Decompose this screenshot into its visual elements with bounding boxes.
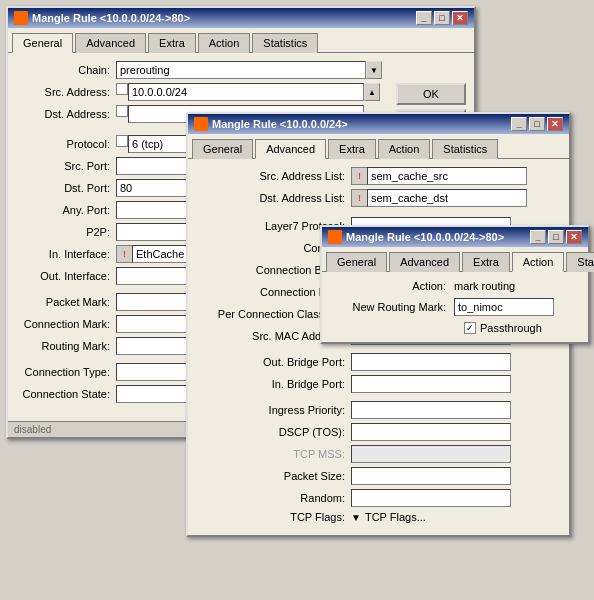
src-port-label: Src. Port: — [16, 160, 116, 172]
packet-size-row: Packet Size: — [196, 467, 561, 485]
dst-addr-list-label: Dst. Address List: — [196, 192, 351, 204]
window-title-action: Mangle Rule <10.0.0.0/24->80> — [346, 231, 504, 243]
out-bridge-row: Out. Bridge Port: — [196, 353, 561, 371]
minimize-button-action[interactable]: _ — [530, 230, 546, 244]
close-button-advanced[interactable]: ✕ — [547, 117, 563, 131]
any-port-label: Any. Port: — [16, 204, 116, 216]
title-bar-main: Mangle Rule <10.0.0.0/24->80> _ □ ✕ — [8, 8, 474, 28]
in-bridge-label: In. Bridge Port: — [196, 378, 351, 390]
action-row: Action: mark routing — [334, 280, 576, 292]
tab-extra-action[interactable]: Extra — [462, 252, 510, 272]
maximize-button-advanced[interactable]: □ — [529, 117, 545, 131]
tcp-flags-text: TCP Flags... — [365, 511, 426, 523]
close-icon-main: ✕ — [456, 13, 464, 23]
maximize-icon: □ — [439, 13, 444, 23]
src-address-up-btn[interactable]: ▲ — [364, 83, 380, 101]
tab-statistics-action[interactable]: Statistics — [566, 252, 594, 272]
out-bridge-label: Out. Bridge Port: — [196, 356, 351, 368]
p2p-label: P2P: — [16, 226, 116, 238]
connection-state-label: Connection State: — [16, 388, 116, 400]
dst-addr-list-row: Dst. Address List: ! — [196, 189, 561, 207]
ok-button[interactable]: OK — [396, 83, 466, 105]
action-field-label: Action: — [334, 280, 454, 292]
connection-mark-label: Connection Mark: — [16, 318, 116, 330]
window2-content: Src. Address List: ! Dst. Address List: … — [188, 159, 569, 535]
dst-address-checkbox[interactable] — [116, 105, 128, 117]
chain-row: Chain: ▼ — [16, 61, 394, 79]
dst-addr-list-input[interactable] — [367, 189, 527, 207]
window-title-advanced: Mangle Rule <10.0.0.0/24> — [212, 118, 348, 130]
maximize-icon-adv: □ — [534, 119, 539, 129]
src-address-input[interactable] — [128, 83, 364, 101]
tab-general-adv[interactable]: General — [192, 139, 253, 159]
in-interface-label: In. Interface: — [16, 248, 116, 260]
new-routing-mark-row: New Routing Mark: — [334, 298, 576, 316]
tab-advanced-action[interactable]: Advanced — [389, 252, 460, 272]
minimize-icon: _ — [421, 13, 426, 23]
minimize-button-main[interactable]: _ — [416, 11, 432, 25]
dst-addr-list-warning: ! — [351, 189, 367, 207]
chain-dropdown-btn[interactable]: ▼ — [366, 61, 382, 79]
minimize-button-advanced[interactable]: _ — [511, 117, 527, 131]
protocol-checkbox[interactable] — [116, 135, 128, 147]
src-addr-list-label: Src. Address List: — [196, 170, 351, 182]
in-bridge-input[interactable] — [351, 375, 511, 393]
tab-statistics-main[interactable]: Statistics — [252, 33, 318, 53]
in-bridge-row: In. Bridge Port: — [196, 375, 561, 393]
src-addr-list-wrap: ! — [351, 167, 527, 185]
minimize-icon-adv: _ — [516, 119, 521, 129]
out-interface-label: Out. Interface: — [16, 270, 116, 282]
ingress-priority-input[interactable] — [351, 401, 511, 419]
maximize-button-action[interactable]: □ — [548, 230, 564, 244]
tab-action-adv[interactable]: Action — [378, 139, 431, 159]
chain-input-wrap: ▼ — [116, 61, 382, 79]
tab-general-main[interactable]: General — [12, 33, 73, 53]
chain-input[interactable] — [116, 61, 366, 79]
packet-size-input[interactable] — [351, 467, 511, 485]
random-input[interactable] — [351, 489, 511, 507]
window-icon-main — [14, 11, 28, 25]
tab-action-main[interactable]: Action — [198, 33, 251, 53]
out-bridge-input[interactable] — [351, 353, 511, 371]
protocol-label: Protocol: — [16, 138, 116, 150]
close-icon-action: ✕ — [570, 232, 578, 242]
window-controls-main: _ □ ✕ — [416, 11, 468, 25]
tab-extra-adv[interactable]: Extra — [328, 139, 376, 159]
action-value: mark routing — [454, 280, 515, 292]
random-label: Random: — [196, 492, 351, 504]
window3-content: Action: mark routing New Routing Mark: ✓… — [322, 272, 588, 342]
dscp-input[interactable] — [351, 423, 511, 441]
maximize-button-main[interactable]: □ — [434, 11, 450, 25]
dscp-row: DSCP (TOS): — [196, 423, 561, 441]
new-routing-mark-label: New Routing Mark: — [334, 301, 454, 313]
in-interface-warning-icon: ! — [116, 245, 132, 263]
window-icon-action — [328, 230, 342, 244]
passthrough-row: ✓ Passthrough — [334, 322, 576, 334]
new-routing-mark-input[interactable] — [454, 298, 554, 316]
dscp-label: DSCP (TOS): — [196, 426, 351, 438]
src-address-checkbox[interactable] — [116, 83, 128, 95]
chain-label: Chain: — [16, 64, 116, 76]
tab-advanced-main[interactable]: Advanced — [75, 33, 146, 53]
tcp-mss-input — [351, 445, 511, 463]
tab-action-action[interactable]: Action — [512, 252, 565, 272]
random-row: Random: — [196, 489, 561, 507]
tab-extra-main[interactable]: Extra — [148, 33, 196, 53]
window-controls-advanced: _ □ ✕ — [511, 117, 563, 131]
chain-dropdown-icon: ▼ — [370, 66, 378, 75]
tab-statistics-adv[interactable]: Statistics — [432, 139, 498, 159]
dst-address-label: Dst. Address: — [16, 108, 116, 120]
tcp-mss-label: TCP MSS: — [196, 448, 351, 460]
tcp-flags-row: TCP Flags: ▼ TCP Flags... — [196, 511, 561, 523]
title-bar-advanced: Mangle Rule <10.0.0.0/24> _ □ ✕ — [188, 114, 569, 134]
close-button-action[interactable]: ✕ — [566, 230, 582, 244]
tab-advanced-adv[interactable]: Advanced — [255, 139, 326, 159]
tab-bar-main: General Advanced Extra Action Statistics — [8, 28, 474, 53]
close-button-main[interactable]: ✕ — [452, 11, 468, 25]
src-addr-list-input[interactable] — [367, 167, 527, 185]
passthrough-checkbox[interactable]: ✓ — [464, 322, 476, 334]
connection-type-label: Connection Type: — [16, 366, 116, 378]
close-icon-adv: ✕ — [551, 119, 559, 129]
window-mangle-action: Mangle Rule <10.0.0.0/24->80> _ □ ✕ Gene… — [320, 225, 590, 344]
tab-general-action[interactable]: General — [326, 252, 387, 272]
